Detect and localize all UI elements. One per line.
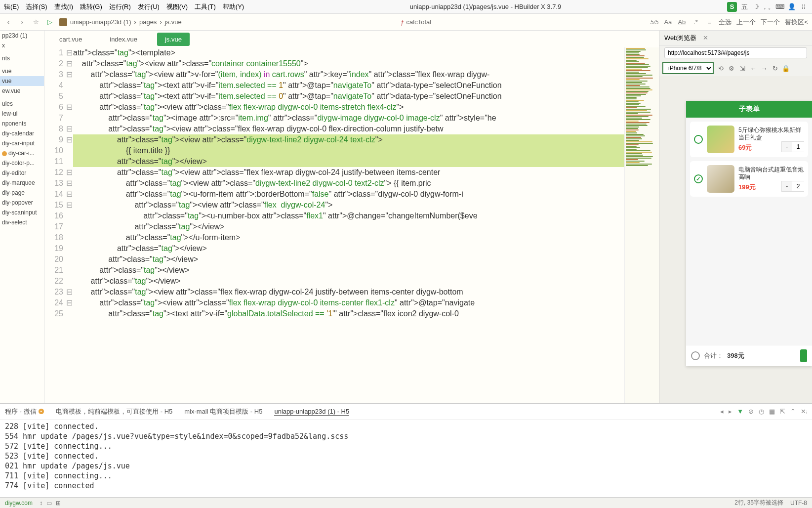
- url-input[interactable]: [664, 47, 807, 58]
- star-icon[interactable]: ☆: [32, 18, 41, 27]
- tab-cart[interactable]: cart.vue: [51, 33, 90, 46]
- code-content[interactable]: attr">class="tag"><template> attr">class…: [73, 47, 624, 403]
- terminal-icon[interactable]: ▭: [46, 500, 52, 507]
- menu-tools[interactable]: 工具(T): [195, 2, 216, 11]
- sb-item[interactable]: diy-page: [0, 188, 44, 198]
- next-icon[interactable]: ▸: [729, 408, 732, 415]
- stop-icon[interactable]: ⊘: [748, 408, 754, 415]
- close-icon[interactable]: ✕: [703, 34, 708, 42]
- bc-folder[interactable]: pages: [139, 18, 157, 26]
- select-all[interactable]: 全选: [719, 18, 731, 27]
- console-tab-h5-2[interactable]: mix-mall 电商项目模版 - H5: [184, 407, 262, 416]
- file-explorer[interactable]: pp23d (1) x nts vue vue ew.vue ules iew-…: [0, 31, 44, 403]
- refresh-icon[interactable]: ⟲: [717, 64, 725, 72]
- word-icon[interactable]: Ab: [677, 18, 686, 27]
- expand-icon[interactable]: ⇱: [780, 408, 785, 415]
- minimap[interactable]: [624, 47, 659, 403]
- menu-select[interactable]: 选择(S): [26, 2, 47, 11]
- sb-item[interactable]: diy-car-i...: [0, 148, 44, 158]
- up-icon[interactable]: ⌃: [790, 408, 796, 415]
- case-icon[interactable]: Aa: [663, 18, 672, 27]
- menu-publish[interactable]: 发行(U): [138, 2, 160, 11]
- code-editor[interactable]: 1234567891011121314151617181920212223242…: [44, 47, 659, 403]
- function-indicator[interactable]: ƒ calcTotal: [401, 18, 431, 26]
- prev-match[interactable]: 上一个: [736, 18, 756, 27]
- menu-edit[interactable]: 辑(E): [4, 2, 19, 11]
- device-select[interactable]: iPhone 6/7/8: [662, 62, 714, 74]
- sb-item[interactable]: nponents: [0, 119, 44, 128]
- sb-item[interactable]: diy-editor: [0, 168, 44, 178]
- checkbox-checked[interactable]: [694, 174, 703, 183]
- settings-icon[interactable]: ⚙: [728, 64, 735, 72]
- settings2-icon[interactable]: ✕ᵢ: [801, 408, 807, 415]
- menu-run[interactable]: 运行(R): [109, 2, 131, 11]
- keyboard-icon[interactable]: ⌨: [775, 2, 784, 11]
- console-tab-active[interactable]: uniapp-uniapp23d (1) - H5: [274, 408, 349, 416]
- sb-item-active[interactable]: vue: [0, 76, 44, 86]
- back-icon[interactable]: ‹: [4, 18, 13, 27]
- select-all-checkbox[interactable]: [691, 351, 700, 360]
- sb-project[interactable]: pp23d (1): [0, 31, 44, 41]
- menu-goto[interactable]: 跳转(G): [80, 2, 102, 11]
- sb-item[interactable]: diy-scaninput: [0, 208, 44, 217]
- next-match[interactable]: 下一个: [761, 18, 780, 27]
- wubi-icon[interactable]: 五: [740, 2, 749, 11]
- tab-index[interactable]: index.vue: [102, 33, 145, 46]
- checkbox[interactable]: [694, 135, 703, 144]
- sb-item[interactable]: div-select: [0, 217, 44, 227]
- sb-item[interactable]: iew-ui: [0, 109, 44, 119]
- prev-icon[interactable]: ◂: [720, 408, 724, 415]
- sb-item[interactable]: diy-car-input: [0, 138, 44, 148]
- checkout-button[interactable]: [800, 349, 807, 362]
- sb-item[interactable]: vue: [0, 66, 44, 76]
- sync-icon[interactable]: ↕: [40, 500, 42, 507]
- sb-item[interactable]: diy-calendar: [0, 128, 44, 138]
- phone-screen[interactable]: 子表单 5斤绿心弥猴桃水果新鲜当日礼盒 69元 - 1: [686, 101, 812, 366]
- grid2-icon[interactable]: ⊞: [56, 500, 61, 507]
- reload-icon[interactable]: ↻: [771, 64, 779, 72]
- sb-item[interactable]: diy-popover: [0, 198, 44, 208]
- console-tab-h5-1[interactable]: 电商模板，纯前端模板，可直接使用 - H5: [56, 407, 172, 416]
- quantity-stepper[interactable]: - 2: [781, 181, 804, 192]
- regex-icon[interactable]: .*: [691, 18, 700, 27]
- bc-file[interactable]: js.vue: [165, 18, 182, 26]
- back-arrow-icon[interactable]: ←: [749, 64, 757, 72]
- list-icon[interactable]: ≡: [705, 18, 714, 27]
- clear-icon[interactable]: ▦: [769, 408, 775, 415]
- menu-find[interactable]: 查找(I): [54, 2, 73, 11]
- sb-item[interactable]: nts: [0, 53, 44, 63]
- minus-button[interactable]: -: [781, 141, 792, 152]
- preview-tab[interactable]: Web浏览器 ✕: [659, 31, 812, 45]
- status-link[interactable]: diygw.com: [5, 500, 33, 507]
- minus-button[interactable]: -: [781, 181, 792, 192]
- sb-item[interactable]: diy-marquee: [0, 178, 44, 188]
- moon-icon[interactable]: ☽: [752, 2, 761, 11]
- sb-item[interactable]: diy-color-p...: [0, 158, 44, 168]
- bc-project[interactable]: uniapp-uniapp23d (1): [70, 18, 131, 26]
- console-output[interactable]: 228 [vite] connected. 554 hmr update /pa…: [0, 420, 812, 497]
- menu-help[interactable]: 帮助(Y): [223, 2, 244, 11]
- menu-view[interactable]: 视图(V): [166, 2, 188, 11]
- lock-icon[interactable]: 🔒: [782, 64, 790, 72]
- forward-arrow-icon[interactable]: →: [760, 64, 768, 72]
- sb-item[interactable]: ew.vue: [0, 86, 44, 96]
- user-icon[interactable]: 👤: [787, 2, 796, 11]
- fold-column[interactable]: ⊟⊟⊟⊟⊟⊟⊟⊟⊟⊟⊟⊟: [66, 47, 73, 403]
- encoding[interactable]: UTF-8: [790, 500, 807, 507]
- play-icon[interactable]: ▷: [45, 18, 54, 27]
- product-card[interactable]: 5斤绿心弥猴桃水果新鲜当日礼盒 69元 - 1: [690, 122, 808, 157]
- ime-icon[interactable]: S: [727, 2, 737, 12]
- grid-icon[interactable]: ⁞⁞: [799, 2, 808, 11]
- replace-area[interactable]: 替换区<: [785, 18, 808, 27]
- product-card[interactable]: 电脑音响台式超重低音炮高响 199元 - 2: [690, 161, 808, 197]
- export-icon[interactable]: ⇲: [738, 64, 746, 72]
- console-tab-wechat[interactable]: 程序 - 微信•: [5, 407, 44, 416]
- comma-icon[interactable]: ，。: [764, 2, 772, 11]
- filter-icon[interactable]: ▼: [737, 408, 743, 415]
- forward-icon[interactable]: ›: [18, 18, 27, 27]
- tab-js[interactable]: js.vue: [157, 33, 190, 46]
- sb-item[interactable]: x: [0, 41, 44, 50]
- sb-item[interactable]: ules: [0, 99, 44, 109]
- clock-icon[interactable]: ◷: [759, 408, 764, 415]
- quantity-stepper[interactable]: - 1: [781, 141, 804, 152]
